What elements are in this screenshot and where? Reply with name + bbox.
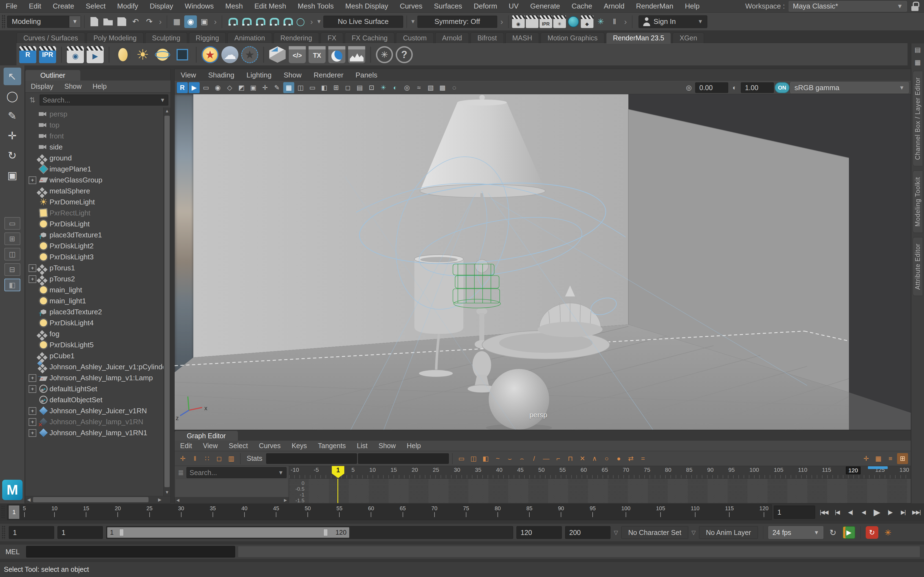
viewport-menu-item[interactable]: Lighting (240, 71, 278, 79)
chevron-down-icon[interactable]: ▽ (691, 529, 696, 536)
range-slider-track[interactable]: 1 120 (106, 526, 513, 539)
outliner-item[interactable]: metalSphere (25, 185, 163, 197)
fps-select[interactable]: 24 fps ▼ (768, 526, 823, 539)
scroll-down-icon[interactable]: ▼ (164, 489, 171, 496)
step-back-key-button[interactable]: ◀| (844, 505, 857, 519)
renderman-ipr-icon[interactable]: ▶ (189, 82, 200, 93)
image-plane-icon[interactable]: ▣ (248, 82, 259, 93)
menu-item[interactable]: Mesh Display (339, 2, 394, 10)
step-tangent-icon[interactable]: ⌐ (553, 453, 564, 464)
outliner-item[interactable]: main_light (25, 284, 163, 295)
xray-display-icon[interactable]: ◌ (449, 82, 460, 93)
region-select-tool-icon[interactable]: ◻ (214, 453, 225, 464)
outliner-item[interactable]: PxrRectLight (25, 208, 163, 218)
outliner-item[interactable]: PxrDiskLight5 (25, 339, 163, 350)
playback-end-input[interactable] (517, 527, 562, 538)
filter-icon[interactable]: ≣ (177, 467, 185, 477)
viewport-canvas[interactable]: x z persp (174, 94, 911, 430)
animation-start-input[interactable] (9, 527, 54, 538)
menu-item[interactable]: Deform (468, 2, 503, 10)
outliner-item[interactable]: Johnson_Ashley_lamp_v1RN (25, 416, 163, 427)
outliner-item[interactable]: PxrDiskLight2 (25, 240, 163, 251)
tab-outliner[interactable]: Outliner (25, 70, 80, 81)
expand-toggle[interactable] (28, 275, 37, 282)
renderman-ipr-button[interactable]: IPR (39, 46, 56, 63)
free-tangent-weight-icon[interactable]: ○ (601, 453, 612, 464)
outliner-vertical-scrollbar[interactable]: ▲ ▼ (163, 108, 171, 496)
graph-menu-item[interactable]: View (197, 442, 223, 450)
stats-time-input[interactable] (267, 454, 357, 464)
collapse-chevron-icon[interactable]: › (624, 17, 627, 26)
shelf-separator[interactable] (263, 47, 264, 63)
frame-playback-range-icon[interactable]: ◫ (468, 453, 479, 464)
render-current-frame-icon[interactable] (526, 15, 538, 28)
graph-menu-item[interactable]: Edit (174, 442, 197, 450)
render-setup-icon[interactable]: ◆ (581, 15, 593, 28)
graph-playhead-line[interactable] (338, 479, 338, 503)
color-management-toggle[interactable]: ON (775, 82, 790, 93)
linear-tangent-icon[interactable]: / (528, 453, 540, 464)
snap-to-point-icon[interactable] (253, 15, 266, 28)
render-settings-icon[interactable]: ✳ (553, 15, 566, 28)
playback-start-input[interactable] (58, 527, 103, 538)
colorspace-select[interactable]: sRGB gamma ▼ (790, 82, 909, 93)
menu-item[interactable]: Arnold (598, 2, 630, 10)
go-to-start-button[interactable]: |◀◀ (817, 505, 830, 519)
expand-toggle[interactable] (28, 418, 37, 425)
unify-tangents-icon[interactable]: ∧ (589, 453, 600, 464)
go-to-end-button[interactable]: ▶▶| (910, 505, 923, 519)
menu-item[interactable]: Help (679, 2, 705, 10)
sidebar-tab[interactable]: Attribute Editor (913, 237, 923, 296)
menu-item[interactable]: Select (80, 2, 111, 10)
scroll-thumb[interactable] (165, 116, 170, 487)
menu-item[interactable]: RenderMan (630, 2, 679, 10)
expand-toggle[interactable] (28, 374, 37, 381)
live-surface-field[interactable]: No Live Surface (323, 16, 403, 28)
outliner-item[interactable]: top (25, 119, 163, 131)
outliner-item[interactable]: ground (25, 153, 163, 163)
value-snap-icon[interactable]: ▦ (873, 453, 884, 464)
layout-single-pane[interactable]: ▭ (5, 217, 20, 230)
renderman-help-button[interactable]: ? (396, 46, 413, 63)
txmake-button[interactable]: TX (309, 46, 326, 63)
save-scene-icon[interactable] (115, 15, 128, 28)
scroll-thumb[interactable] (33, 497, 149, 502)
stats-value-input[interactable] (358, 454, 449, 464)
rotate-tool[interactable]: ↻ (3, 147, 21, 164)
frame-all-icon[interactable]: ⊡ (366, 82, 377, 93)
outliner-item[interactable]: Johnson_Ashley_lamp_v1:Lamp (25, 372, 163, 383)
layout-two-pane-stacked[interactable]: ⊟ (5, 263, 20, 276)
sidebar-tab[interactable]: Modeling Toolkit (913, 171, 923, 233)
graph-menu-item[interactable]: Show (373, 442, 401, 450)
scale-tool[interactable]: ▣ (3, 166, 21, 184)
symmetry-field[interactable]: Symmetry: Off (417, 16, 497, 28)
collapse-chevron-icon[interactable]: › (310, 17, 313, 26)
look-dev-icon[interactable]: ✳ (594, 15, 607, 28)
gamma-field[interactable]: 1.00 (741, 82, 774, 93)
collapse-chevron-icon[interactable]: › (214, 17, 217, 26)
shelf-tab[interactable]: Bifrost (470, 32, 504, 44)
outliner-item[interactable]: Johnson_Ashley_Juicer_v1:pCylinder (25, 361, 163, 372)
expand-toggle[interactable] (28, 385, 37, 392)
graph-menu-item[interactable]: Select (223, 442, 253, 450)
outliner-item[interactable]: imagePlane1 (25, 163, 163, 174)
filter-icon[interactable]: ⇅ (27, 95, 37, 105)
outliner-item[interactable]: PxrDiskLight (25, 218, 163, 229)
range-end-marker[interactable] (868, 466, 888, 469)
scroll-right-icon[interactable]: ▶ (156, 496, 163, 503)
stacked-curves-icon[interactable]: ≡ (885, 453, 896, 464)
grid-icon[interactable]: ▦ (283, 82, 294, 93)
animation-preferences-icon[interactable]: ✳ (882, 526, 894, 539)
outliner-item[interactable]: PxrDiskLight4 (25, 318, 163, 328)
snap-to-grid-icon[interactable] (226, 15, 238, 28)
menu-item[interactable]: Edit Mesh (249, 2, 292, 10)
normalize-curves-icon[interactable]: ⊞ (897, 453, 908, 464)
graph-menu-item[interactable]: Curves (253, 442, 286, 450)
outliner-item[interactable]: front (25, 131, 163, 142)
pxr-disk-light-button[interactable] (115, 46, 131, 63)
mel-command-input[interactable] (26, 546, 235, 557)
outliner-menu-item[interactable]: Help (87, 82, 112, 90)
swap-buffer-curve-icon[interactable]: ⇄ (625, 453, 636, 464)
expand-toggle[interactable] (28, 429, 37, 436)
sign-in-button[interactable]: Sign In ▼ (638, 15, 707, 28)
